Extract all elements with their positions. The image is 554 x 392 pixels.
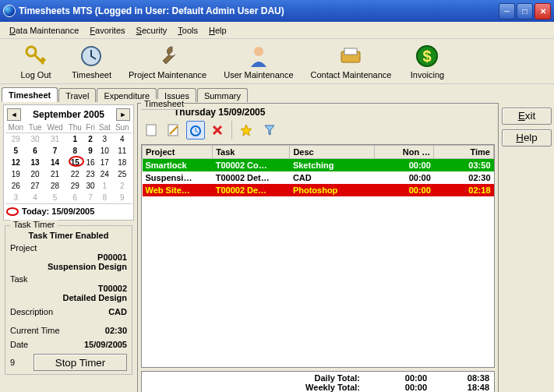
calendar-day[interactable]: 4	[26, 192, 44, 203]
calendar-grid: MonTueWedThuFriSatSun 293031123456789101…	[5, 122, 132, 203]
calendar-next-button[interactable]: ►	[116, 108, 130, 121]
toolbar-timesheet[interactable]: Timesheet	[67, 41, 116, 83]
task-timer-heading: Task Timer Enabled	[10, 231, 127, 240]
table-row[interactable]: Suspensi…T00002 Det…CAD00:0002:30	[143, 171, 494, 184]
calendar-day[interactable]: 16	[84, 157, 97, 168]
tt-task-label: Task	[10, 274, 127, 284]
calendar-day[interactable]: 1	[97, 180, 113, 192]
timesheet-date-header: Thursday 15/09/2005	[174, 107, 265, 118]
weekly-total-time: 18:48	[427, 383, 489, 392]
toolbar-invoicing-label: Invoicing	[411, 70, 444, 79]
task-timer-group-title: Task Timer	[10, 220, 58, 229]
tab-summary[interactable]: Summary	[197, 88, 248, 102]
ts-col-header[interactable]: Desc	[290, 146, 374, 159]
calendar-day[interactable]: 28	[44, 180, 66, 192]
calendar-day[interactable]: 13	[26, 157, 44, 168]
ts-timer-icon[interactable]	[186, 121, 205, 139]
calendar-day[interactable]: 30	[26, 133, 44, 146]
menu-data-maintenance[interactable]: Data Maintenance	[5, 24, 83, 37]
today-ring-icon	[6, 207, 19, 216]
calendar-day[interactable]: 31	[44, 133, 66, 146]
calendar-day[interactable]: 8	[66, 145, 85, 157]
exit-button[interactable]: Exit	[502, 108, 552, 125]
timesheet-grid[interactable]: ProjectTaskDescNon …Time SmartlockT00002…	[141, 144, 495, 368]
calendar-day[interactable]: 22	[66, 168, 85, 180]
calendar-day[interactable]: 12	[5, 157, 26, 168]
calendar-day[interactable]: 3	[97, 133, 113, 146]
calendar-day[interactable]: 11	[113, 145, 132, 157]
calendar-day[interactable]: 1	[66, 133, 85, 146]
calendar-day[interactable]: 6	[26, 145, 44, 157]
timesheet-panel: Timesheet Thursday 15/09/2005 ProjectTas…	[137, 103, 499, 392]
ts-filter-icon[interactable]	[260, 121, 279, 139]
toolbar-invoicing[interactable]: $ Invoicing	[404, 41, 450, 83]
tab-travel[interactable]: Travel	[58, 88, 96, 102]
calendar-day[interactable]: 7	[44, 145, 66, 157]
close-button[interactable]: ✕	[535, 3, 551, 19]
help-button[interactable]: Help	[502, 129, 552, 147]
calendar-day[interactable]: 6	[66, 192, 85, 203]
minimize-button[interactable]: ─	[499, 3, 515, 19]
calendar-dow: Sun	[113, 122, 132, 133]
calendar-day[interactable]: 23	[84, 168, 97, 180]
calendar-month-label: September 2005	[33, 109, 104, 120]
calendar-day[interactable]: 4	[113, 133, 132, 146]
tab-timesheet[interactable]: Timesheet	[2, 87, 58, 102]
ts-col-header[interactable]: Task	[213, 146, 290, 159]
calendar-day[interactable]: 8	[97, 192, 113, 203]
calendar-day[interactable]: 5	[5, 145, 26, 157]
tt-task-name: Detailed Design	[10, 293, 127, 302]
calendar-day[interactable]: 20	[26, 168, 44, 180]
menu-tools[interactable]: Tools	[173, 24, 203, 37]
clock-icon	[79, 44, 104, 69]
dollar-icon: $	[415, 44, 439, 69]
ts-delete-icon[interactable]	[208, 121, 227, 139]
maximize-button[interactable]: □	[517, 3, 533, 19]
calendar-day[interactable]: 25	[113, 168, 132, 180]
calendar-day[interactable]: 2	[84, 133, 97, 146]
ts-col-header[interactable]: Non …	[374, 146, 434, 159]
calendar-day[interactable]: 3	[5, 192, 26, 203]
ts-new-icon[interactable]	[143, 121, 161, 139]
tt-curtime-label: Current Time	[10, 326, 60, 335]
toolbar-contact-maintenance[interactable]: Contact Maintenance	[306, 41, 397, 83]
calendar-day[interactable]: 10	[97, 145, 113, 157]
calendar-prev-button[interactable]: ◄	[7, 108, 21, 121]
calendar-day[interactable]: 15	[66, 157, 85, 168]
table-row[interactable]: SmartlockT00002 Co…Sketching00:0003:50	[143, 159, 494, 172]
toolbar-user-maintenance[interactable]: User Maintenance	[219, 41, 298, 83]
calendar-day[interactable]: 29	[66, 180, 85, 192]
calendar-day[interactable]: 9	[84, 145, 97, 157]
daily-total-time: 08:38	[427, 373, 489, 383]
calendar-day[interactable]: 30	[84, 180, 97, 192]
calendar-today-label: Today: 15/09/2005	[22, 207, 94, 216]
ts-edit-icon[interactable]	[164, 121, 183, 139]
ts-favorite-icon[interactable]	[237, 121, 256, 139]
ts-col-header[interactable]: Time	[434, 146, 494, 159]
calendar-dow: Tue	[26, 122, 44, 133]
calendar-day[interactable]: 19	[5, 168, 26, 180]
stop-timer-button[interactable]: Stop Timer	[34, 354, 127, 371]
menu-favorites[interactable]: Favorites	[85, 24, 129, 37]
calendar-day[interactable]: 24	[97, 168, 113, 180]
calendar-day[interactable]: 7	[84, 192, 97, 203]
wrench-icon	[155, 44, 180, 69]
calendar-day[interactable]: 29	[5, 133, 26, 146]
calendar-day[interactable]: 21	[44, 168, 66, 180]
calendar-day[interactable]: 17	[97, 157, 113, 168]
toolbar-logout[interactable]: Log Out	[12, 41, 59, 83]
calendar-day[interactable]: 9	[113, 192, 132, 203]
calendar-day[interactable]: 2	[113, 180, 132, 192]
calendar-day[interactable]: 27	[26, 180, 44, 192]
calendar-day[interactable]: 5	[44, 192, 66, 203]
calendar-day[interactable]: 26	[5, 180, 26, 192]
menu-security[interactable]: Security	[132, 24, 172, 37]
toolbar-project-label: Project Maintenance	[129, 70, 206, 79]
menu-help[interactable]: Help	[204, 24, 231, 37]
table-row[interactable]: Web Site…T00002 De…Photoshop00:0002:18	[143, 184, 494, 196]
ts-col-header[interactable]: Project	[143, 146, 213, 159]
calendar-day[interactable]: 18	[113, 157, 132, 168]
calendar-day[interactable]: 14	[44, 157, 66, 168]
calendar-today-bar[interactable]: Today: 15/09/2005	[5, 203, 132, 218]
toolbar-project-maintenance[interactable]: Project Maintenance	[124, 41, 211, 83]
